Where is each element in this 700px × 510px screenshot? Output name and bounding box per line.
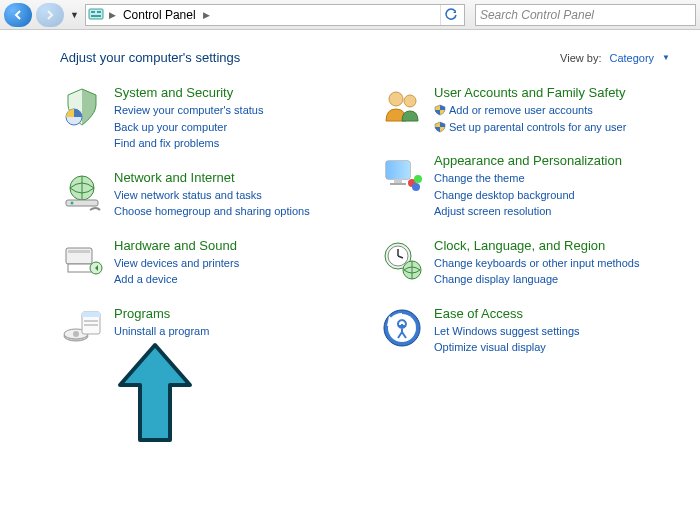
- clock-language-icon: [380, 238, 424, 282]
- uac-shield-icon: [434, 104, 446, 116]
- svg-rect-2: [97, 11, 101, 13]
- category-link[interactable]: Change display language: [434, 271, 639, 288]
- uac-shield-icon: [434, 121, 446, 133]
- category-title[interactable]: Programs: [114, 306, 209, 321]
- svg-rect-0: [89, 9, 103, 19]
- history-dropdown[interactable]: ▼: [68, 10, 81, 20]
- category-appearance: Appearance and Personalization Change th…: [380, 153, 670, 220]
- category-link[interactable]: Let Windows suggest settings: [434, 323, 580, 340]
- category-link[interactable]: View network status and tasks: [114, 187, 310, 204]
- breadcrumb-separator[interactable]: ▶: [200, 10, 213, 20]
- right-column: User Accounts and Family Safety Add or r…: [380, 85, 670, 374]
- forward-button[interactable]: [36, 3, 64, 27]
- category-title[interactable]: Hardware and Sound: [114, 238, 239, 253]
- svg-point-20: [404, 95, 416, 107]
- left-column: System and Security Review your computer…: [60, 85, 350, 374]
- category-title[interactable]: User Accounts and Family Safety: [434, 85, 626, 100]
- category-link[interactable]: Review your computer's status: [114, 102, 263, 119]
- breadcrumb-item[interactable]: Control Panel: [121, 8, 198, 22]
- view-by-label: View by:: [560, 52, 601, 64]
- category-link[interactable]: Adjust screen resolution: [434, 203, 622, 220]
- category-clock-language: Clock, Language, and Region Change keybo…: [380, 238, 670, 288]
- appearance-icon: [380, 153, 424, 197]
- refresh-button[interactable]: [440, 5, 462, 25]
- svg-rect-9: [68, 250, 90, 253]
- page-title: Adjust your computer's settings: [60, 50, 240, 65]
- system-security-icon: [60, 85, 104, 129]
- category-title[interactable]: Network and Internet: [114, 170, 310, 185]
- svg-rect-23: [394, 179, 402, 183]
- user-accounts-icon: [380, 85, 424, 129]
- category-hardware-sound: Hardware and Sound View devices and prin…: [60, 238, 350, 288]
- search-input[interactable]: Search Control Panel: [475, 4, 696, 26]
- category-link[interactable]: Uninstall a program: [114, 323, 209, 340]
- category-link[interactable]: Change desktop background: [434, 187, 622, 204]
- search-placeholder: Search Control Panel: [480, 8, 594, 22]
- category-link[interactable]: Change keyboards or other input methods: [434, 255, 639, 272]
- network-internet-icon: [60, 170, 104, 214]
- hardware-sound-icon: [60, 238, 104, 282]
- category-link[interactable]: View devices and printers: [114, 255, 239, 272]
- view-by-selector[interactable]: View by: Category ▼: [560, 52, 670, 64]
- category-title[interactable]: Clock, Language, and Region: [434, 238, 639, 253]
- content-area: Adjust your computer's settings View by:…: [0, 30, 700, 384]
- category-network-internet: Network and Internet View network status…: [60, 170, 350, 220]
- category-system-security: System and Security Review your computer…: [60, 85, 350, 152]
- svg-rect-18: [84, 324, 98, 326]
- svg-point-26: [414, 175, 422, 183]
- back-button[interactable]: [4, 3, 32, 27]
- navigation-toolbar: ▼ ▶ Control Panel ▶ Search Control Panel: [0, 0, 700, 30]
- programs-icon: [60, 306, 104, 350]
- category-link[interactable]: Add or remove user accounts: [434, 102, 626, 119]
- category-ease-of-access: Ease of Access Let Windows suggest setti…: [380, 306, 670, 356]
- category-link[interactable]: Change the theme: [434, 170, 622, 187]
- category-link[interactable]: Optimize visual display: [434, 339, 580, 356]
- category-title[interactable]: Ease of Access: [434, 306, 580, 321]
- breadcrumb-separator[interactable]: ▶: [106, 10, 119, 20]
- control-panel-icon: [88, 7, 104, 23]
- svg-rect-3: [91, 15, 101, 17]
- category-link[interactable]: Add a device: [114, 271, 239, 288]
- svg-point-27: [412, 183, 420, 191]
- svg-point-7: [71, 201, 74, 204]
- category-title[interactable]: Appearance and Personalization: [434, 153, 622, 168]
- svg-rect-17: [84, 320, 98, 322]
- svg-rect-1: [91, 11, 95, 13]
- address-bar[interactable]: ▶ Control Panel ▶: [85, 4, 465, 26]
- svg-rect-24: [390, 183, 406, 185]
- svg-point-14: [73, 331, 79, 337]
- category-link[interactable]: Back up your computer: [114, 119, 263, 136]
- category-programs: Programs Uninstall a program: [60, 306, 350, 350]
- category-link[interactable]: Set up parental controls for any user: [434, 119, 626, 136]
- svg-rect-22: [386, 161, 410, 179]
- category-link[interactable]: Choose homegroup and sharing options: [114, 203, 310, 220]
- chevron-down-icon: ▼: [662, 53, 670, 62]
- category-user-accounts: User Accounts and Family Safety Add or r…: [380, 85, 670, 135]
- category-title[interactable]: System and Security: [114, 85, 263, 100]
- svg-point-19: [389, 92, 403, 106]
- view-by-value: Category: [609, 52, 654, 64]
- svg-rect-16: [82, 312, 100, 317]
- ease-of-access-icon: [380, 306, 424, 350]
- category-link[interactable]: Find and fix problems: [114, 135, 263, 152]
